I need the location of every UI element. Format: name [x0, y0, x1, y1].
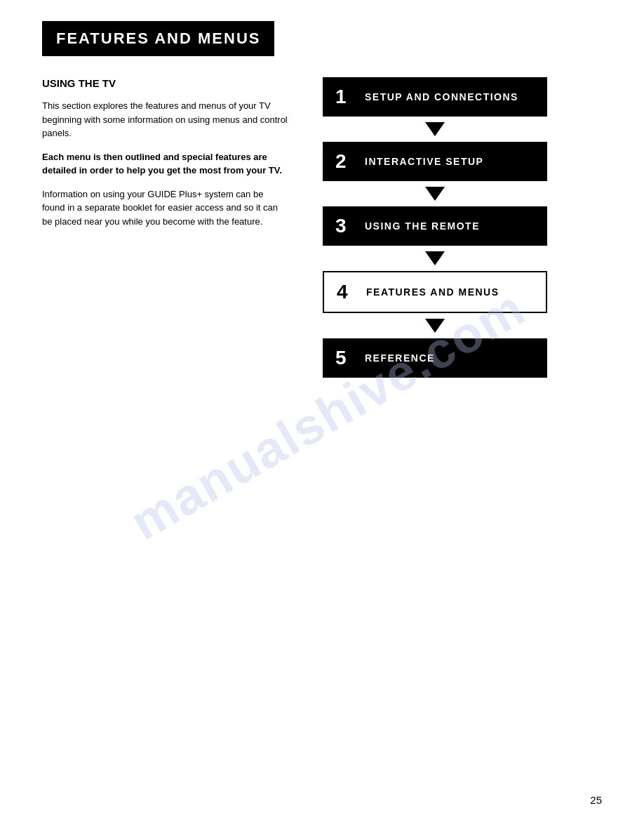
arrow-down-icon-3 — [425, 251, 445, 265]
arrow-down-icon-4 — [425, 319, 445, 333]
arrow-2 — [323, 181, 547, 206]
header-banner: FEATURES AND MENUS — [42, 21, 274, 56]
paragraph-3: Information on using your GUIDE Plus+ sy… — [42, 187, 288, 229]
right-column: 1 SETUP AND CONNECTIONS 2 INTERACTIVE SE… — [309, 77, 561, 378]
paragraph-1: This section explores the features and m… — [42, 99, 288, 140]
nav-number-1: 1 — [335, 87, 355, 107]
nav-label-2: INTERACTIVE SETUP — [365, 156, 483, 167]
nav-box-interactive: 2 INTERACTIVE SETUP — [323, 142, 547, 181]
section-title: USING THE TV — [42, 77, 288, 89]
nav-number-3: 3 — [335, 216, 355, 236]
nav-item-4: 4 FEATURES AND MENUS — [323, 271, 547, 313]
page-number: 25 — [590, 794, 602, 806]
page-container: FEATURES AND MENUS USING THE TV This sec… — [0, 0, 644, 834]
arrow-3 — [323, 246, 547, 271]
nav-box-features: 4 FEATURES AND MENUS — [323, 271, 547, 313]
arrow-1 — [323, 117, 547, 142]
header-title: FEATURES AND MENUS — [56, 29, 260, 47]
left-column: USING THE TV This section explores the f… — [42, 77, 309, 378]
nav-number-5: 5 — [335, 348, 355, 368]
arrow-down-icon-2 — [425, 187, 445, 201]
paragraph-2: Each menu is then outlined and special f… — [42, 150, 288, 178]
nav-number-2: 2 — [335, 152, 355, 171]
nav-item-5: 5 REFERENCE — [323, 338, 547, 378]
nav-label-5: REFERENCE — [365, 352, 435, 364]
nav-label-1: SETUP AND CONNECTIONS — [365, 91, 518, 102]
nav-label-4: FEATURES AND MENUS — [366, 286, 499, 298]
main-content: USING THE TV This section explores the f… — [0, 77, 644, 378]
arrow-4 — [323, 313, 547, 338]
arrow-down-icon-1 — [425, 122, 445, 136]
nav-item-2: 2 INTERACTIVE SETUP — [323, 142, 547, 181]
nav-item-1: 1 SETUP AND CONNECTIONS — [323, 77, 547, 117]
nav-box-reference: 5 REFERENCE — [323, 338, 547, 378]
nav-box-remote: 3 USING THE REMOTE — [323, 206, 547, 246]
nav-number-4: 4 — [337, 282, 356, 302]
nav-box-setup: 1 SETUP AND CONNECTIONS — [323, 77, 547, 117]
nav-label-3: USING THE REMOTE — [365, 220, 480, 232]
nav-item-3: 3 USING THE REMOTE — [323, 206, 547, 246]
